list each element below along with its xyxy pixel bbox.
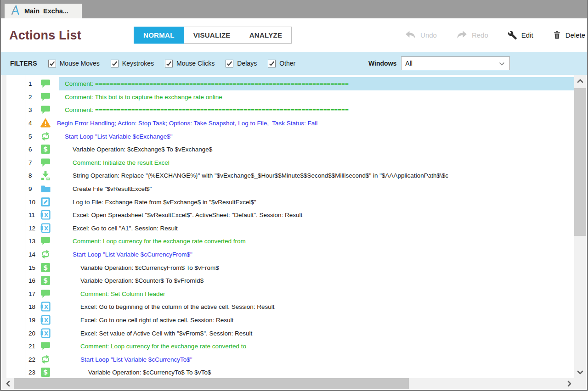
action-row-20[interactable]: 20XExcel: Set value of Active Cell with … xyxy=(2,326,574,340)
loop-icon xyxy=(40,354,51,364)
filter-checkbox-mouse-moves[interactable]: Mouse Moves xyxy=(48,60,100,67)
row-number: 19 xyxy=(28,316,35,323)
horizontal-scrollbar[interactable] xyxy=(2,378,586,389)
filter-label: Mouse Moves xyxy=(60,60,100,67)
action-text: String Operation: Replace "{%EXCHANGE%}"… xyxy=(73,172,448,179)
action-text: Comment: ===============================… xyxy=(65,80,349,87)
undo-icon xyxy=(405,30,416,40)
svg-text:X: X xyxy=(44,330,49,336)
vertical-scrollbar-thumb[interactable] xyxy=(574,88,586,236)
action-row-8[interactable]: 8String Operation: Replace "{%EXCHANGE%}… xyxy=(2,169,574,182)
checkbox-icon xyxy=(226,60,233,67)
comment-icon xyxy=(40,92,51,102)
logfile-icon xyxy=(40,197,51,207)
action-toolbar: Undo Redo Edit xyxy=(405,18,585,52)
excel-icon: X xyxy=(40,223,51,233)
row-number: 18 xyxy=(28,303,35,310)
svg-text:$: $ xyxy=(43,277,48,284)
action-row-18[interactable]: 18XExcel: Go to beginning of the column … xyxy=(2,300,574,313)
checkbox-icon xyxy=(48,60,56,67)
action-row-2[interactable]: 2Comment: This bot is to capture the exc… xyxy=(2,90,574,104)
action-text: Start Loop "List Variable $cExchange$" xyxy=(65,133,172,140)
normal-mode-button[interactable]: NORMAL xyxy=(134,27,184,44)
action-row-10[interactable]: 10Log to File: Exchange Rate from $vExch… xyxy=(2,195,574,208)
action-row-22[interactable]: 22Start Loop "List Variable $cCurrencyTo… xyxy=(2,352,574,366)
svg-text:$: $ xyxy=(43,145,48,153)
action-text: Comment: ===============================… xyxy=(65,106,349,113)
action-text: Start Loop "List Variable $cCurrencyFrom… xyxy=(73,251,192,258)
actions-rows: 1Comment: ==============================… xyxy=(2,77,574,378)
filter-checkbox-mouse-clicks[interactable]: Mouse Clicks xyxy=(165,60,215,67)
scroll-right-button[interactable] xyxy=(563,378,575,390)
vertical-scrollbar[interactable] xyxy=(574,75,586,378)
action-text: Comment: Loop currency for the exchange … xyxy=(73,238,246,245)
excel-icon: X xyxy=(40,210,51,220)
action-row-17[interactable]: 17Comment: Set Column Header xyxy=(2,287,574,301)
horizontal-scrollbar-thumb[interactable] xyxy=(14,378,409,389)
action-row-9[interactable]: 9Create File "$vResultExcel$" xyxy=(2,182,574,196)
filter-checkbox-keystrokes[interactable]: Keystrokes xyxy=(111,60,154,67)
action-row-7[interactable]: 7Comment: Initialize the result Excel xyxy=(2,156,574,169)
task-tab[interactable]: Main_Excha... xyxy=(5,4,82,18)
action-row-19[interactable]: 19XExcel: Go to one cell right of active… xyxy=(2,313,574,327)
row-number: 5 xyxy=(28,133,32,140)
action-row-3[interactable]: 3Comment: ==============================… xyxy=(2,103,574,117)
visualize-mode-button[interactable]: VISUALIZE xyxy=(184,27,240,44)
action-row-5[interactable]: 5Start Loop "List Variable $cExchange$" xyxy=(2,129,574,143)
action-row-21[interactable]: 21Comment: Loop currency for the exchang… xyxy=(2,340,574,353)
chevron-down-icon xyxy=(499,60,505,67)
filter-checkbox-other[interactable]: Other xyxy=(268,60,295,67)
filter-checkbox-delays[interactable]: Delays xyxy=(226,60,257,67)
action-row-11[interactable]: 11XExcel: Open Spreadsheet "$vResultExce… xyxy=(2,208,574,222)
scroll-left-button[interactable] xyxy=(2,378,14,390)
comment-icon xyxy=(40,236,51,246)
action-row-14[interactable]: 14Start Loop "List Variable $cCurrencyFr… xyxy=(2,248,574,261)
svg-text:X: X xyxy=(44,212,49,218)
action-text: Comment: This bot is to capture the exch… xyxy=(65,93,222,100)
delete-button[interactable]: Delete xyxy=(553,30,585,40)
row-number: 11 xyxy=(28,212,35,218)
analyze-mode-button[interactable]: ANALYZE xyxy=(240,27,292,44)
checkbox-icon xyxy=(268,60,276,67)
actions-list: 1Comment: ==============================… xyxy=(2,75,586,378)
loop-icon xyxy=(40,131,51,141)
tab-title: Main_Excha... xyxy=(24,7,68,15)
action-row-13[interactable]: 13Comment: Loop currency for the exchang… xyxy=(2,235,574,248)
undo-button[interactable]: Undo xyxy=(405,30,437,40)
action-row-1[interactable]: 1Comment: ==============================… xyxy=(2,77,574,90)
action-text: Log to File: Exchange Rate from $vExchan… xyxy=(73,198,256,205)
edit-button[interactable]: Edit xyxy=(508,30,533,40)
header: Actions List NORMAL VISUALIZE ANALYZE Un… xyxy=(1,18,587,52)
action-row-4[interactable]: 4Begin Error Handling; Action: Stop Task… xyxy=(2,117,574,130)
action-text: Excel: Set value of Active Cell with "$v… xyxy=(80,330,252,336)
comment-icon xyxy=(40,105,51,115)
row-number: 7 xyxy=(28,159,32,166)
action-row-23[interactable]: 23$Variable Operation: $cCurrencyTo$ To … xyxy=(2,366,574,378)
row-number: 3 xyxy=(28,106,32,113)
action-text: Excel: Go to cell "A1". Session: Result xyxy=(73,224,178,231)
filters-label: FILTERS xyxy=(10,60,37,67)
loop-icon xyxy=(40,249,51,259)
action-row-6[interactable]: 6$Variable Operation: $cExchange$ To $vE… xyxy=(2,143,574,156)
windows-dropdown[interactable]: All xyxy=(401,56,510,70)
redo-button[interactable]: Redo xyxy=(456,30,488,40)
filter-checkboxes: Mouse MovesKeystrokesMouse ClicksDelaysO… xyxy=(48,60,295,67)
scroll-down-button[interactable] xyxy=(574,366,586,378)
row-number: 17 xyxy=(28,290,35,297)
scroll-up-button[interactable] xyxy=(574,75,586,87)
wrench-icon xyxy=(508,30,517,40)
row-number: 1 xyxy=(28,80,32,87)
action-text: Begin Error Handling; Action: Stop Task;… xyxy=(57,120,317,127)
string-icon xyxy=(40,170,51,180)
action-row-15[interactable]: 15$Variable Operation: $cCurrencyFrom$ T… xyxy=(2,261,574,274)
row-number: 6 xyxy=(28,146,32,153)
filter-label: Mouse Clicks xyxy=(176,60,215,67)
action-row-12[interactable]: 12XExcel: Go to cell "A1". Session: Resu… xyxy=(2,222,574,235)
row-number: 8 xyxy=(28,172,32,179)
action-text: Excel: Go to beginning of the column of … xyxy=(80,303,274,310)
filter-label: Other xyxy=(279,60,295,67)
svg-text:X: X xyxy=(44,225,49,231)
row-number: 10 xyxy=(28,198,35,205)
action-row-16[interactable]: 16$Variable Operation: $Counter$ To $vFr… xyxy=(2,274,574,287)
comment-icon xyxy=(40,341,51,351)
